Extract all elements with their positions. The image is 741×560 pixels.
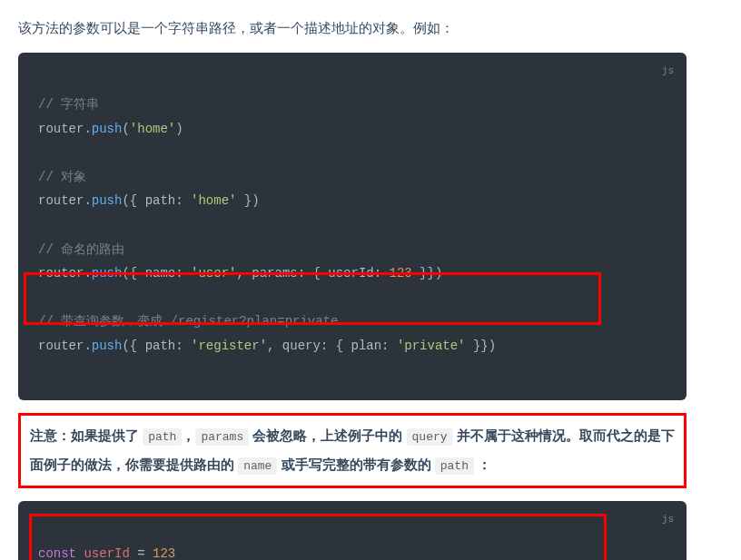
code-line: router.push({ path: 'home' }) [38,193,260,208]
note-text: ： [474,457,491,472]
note-text: 或手写完整的带有参数的 [277,457,434,472]
code-line: router.push({ path: 'register', query: {… [38,339,496,353]
code-comment: // 对象 [38,170,86,184]
code-line: router.push({ name: 'user', params: { us… [38,266,442,280]
inline-code-params: params [195,428,249,446]
code-comment: // 命名的路由 [38,242,124,257]
code-comment: // 字符串 [38,97,99,112]
note-text: 会被忽略，上述例子中的 [249,427,406,443]
note-paragraph: 注意：如果提供了 path，params 会被忽略，上述例子中的 query 并… [18,413,687,488]
code-comment: // 带查询参数，变成 /register?plan=private [38,314,338,329]
lang-tag: js [662,510,674,529]
code-line: const userId = 123 [38,546,175,560]
inline-code-path: path [435,457,474,475]
inline-code-path: path [143,428,182,446]
code-block-2: jsconst userId = 123 router.push({ name:… [18,501,687,560]
lang-tag: js [662,62,674,81]
inline-code-query: query [407,428,453,446]
note-prefix: 注意：如果提供了 [30,427,139,443]
code-block-1: js// 字符串 router.push('home') // 对象 route… [18,53,687,401]
inline-code-name: name [238,457,277,475]
intro-paragraph: 该方法的参数可以是一个字符串路径，或者一个描述地址的对象。例如： [18,16,687,40]
note-text: ， [182,427,195,443]
code-line: router.push('home') [38,122,183,136]
